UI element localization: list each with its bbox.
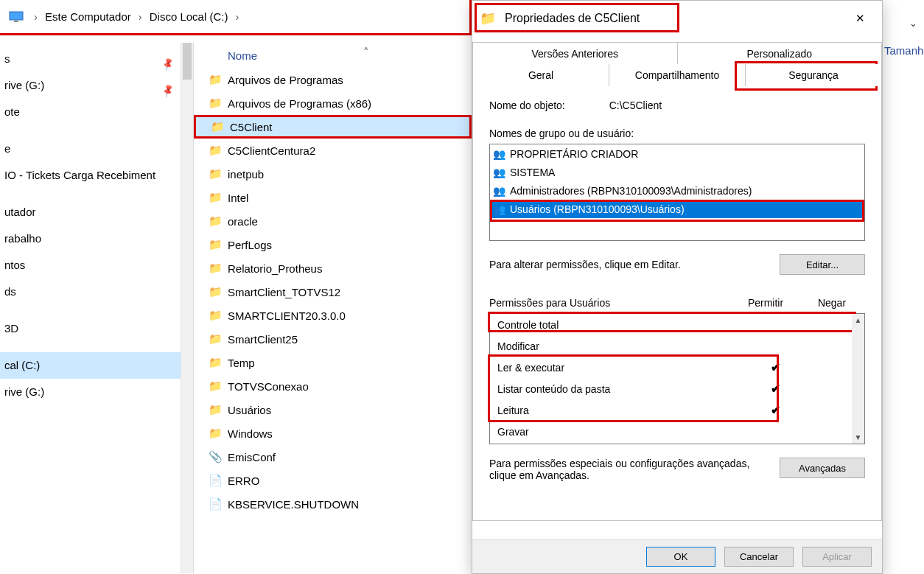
breadcrumb-computer[interactable]: Este Computador: [45, 10, 131, 23]
file-label: ERRO: [228, 475, 259, 487]
file-icon: 📎: [209, 450, 228, 463]
file-label: KBSERVICE.SHUTDOWN: [228, 498, 359, 511]
groups-label: Nomes de grupo ou de usuário:: [489, 127, 865, 139]
ok-button[interactable]: OK: [646, 547, 715, 567]
file-row[interactable]: 📄KBSERVICE.SHUTDOWN: [194, 492, 472, 516]
file-label: SmartClient_TOTVS12: [228, 286, 340, 298]
breadcrumb-drive[interactable]: Disco Local (C:): [150, 10, 228, 23]
tree-item[interactable]: [0, 342, 193, 352]
nav-tree: srive (G:)oteeIO - Tickets Carga Recebim…: [0, 43, 194, 573]
file-label: TOTVSConexao: [228, 380, 309, 393]
chevron-right-icon: ›: [228, 10, 246, 23]
file-row[interactable]: 📁Relatorio_Protheus: [194, 256, 472, 280]
group-item[interactable]: 👥PROPRIETÁRIO CRIADOR: [490, 144, 864, 163]
column-name[interactable]: Nome ˄: [194, 43, 472, 68]
file-row[interactable]: 📁Arquivos de Programas (x86): [194, 91, 472, 115]
dialog-title: Propriedades de C5Client: [505, 12, 845, 25]
group-icon: 👥: [493, 167, 505, 178]
permission-label: Leitura: [497, 405, 742, 416]
tree-item[interactable]: [0, 125, 193, 136]
chevron-right-icon: ›: [27, 10, 45, 23]
scroll-down-icon[interactable]: ▼: [852, 431, 864, 444]
edit-button[interactable]: Editar...: [780, 254, 865, 275]
tree-item[interactable]: s: [0, 46, 193, 72]
scrollbar[interactable]: [181, 43, 193, 573]
tree-item[interactable]: rabalho: [0, 225, 193, 252]
object-name-label: Nome do objeto:: [489, 99, 565, 111]
tree-item[interactable]: rive (G:): [0, 379, 193, 405]
advanced-button[interactable]: Avançadas: [780, 458, 865, 478]
group-item[interactable]: 👥Administradores (RBPN310100093\Administ…: [490, 181, 864, 200]
permissions-listbox[interactable]: Controle totalModificarLer & executar✔Li…: [489, 313, 865, 444]
apply-button[interactable]: Aplicar: [802, 547, 872, 567]
file-row[interactable]: 📁Intel: [194, 186, 472, 209]
pc-icon: [9, 11, 24, 23]
group-icon: 👥: [493, 185, 505, 197]
folder-icon: 📁: [209, 332, 228, 346]
tab-general[interactable]: Geral: [472, 64, 609, 86]
tree-item[interactable]: 3D: [0, 315, 193, 342]
tab-sharing[interactable]: Compartilhamento: [609, 64, 746, 86]
file-row[interactable]: 📁C5ClientCentura2: [194, 139, 472, 162]
permission-row[interactable]: Ler & executar✔: [490, 357, 864, 378]
dialog-buttons: OK Cancelar Aplicar: [472, 539, 882, 573]
file-row[interactable]: 📁Temp: [194, 351, 472, 374]
scrollbar-thumb[interactable]: [183, 43, 192, 80]
tree-item[interactable]: utador: [0, 199, 193, 225]
file-row[interactable]: 📁Usuários: [194, 398, 472, 421]
breadcrumb[interactable]: › Este Computador › Disco Local (C:) ›: [0, 0, 472, 35]
tree-item[interactable]: IO - Tickets Carga Recebiment: [0, 162, 193, 189]
tree-item[interactable]: ds: [0, 279, 193, 305]
folder-icon: 📁: [209, 403, 228, 416]
groups-listbox[interactable]: 👥PROPRIETÁRIO CRIADOR 👥SISTEMA 👥Administ…: [489, 144, 865, 241]
file-icon: 📄: [209, 497, 228, 511]
file-row[interactable]: 📁C5Client: [194, 115, 472, 139]
file-icon: 📄: [209, 474, 228, 487]
tree-item[interactable]: [0, 305, 193, 315]
close-button[interactable]: ✕: [845, 12, 875, 25]
permission-row[interactable]: Modificar: [490, 335, 864, 357]
permission-row[interactable]: Gravar: [490, 421, 864, 442]
titlebar[interactable]: 📁 Propriedades de C5Client ✕: [472, 1, 882, 36]
file-row[interactable]: 📁Arquivos de Programas: [194, 68, 472, 91]
file-row[interactable]: 📁PerfLogs: [194, 233, 472, 256]
file-row[interactable]: 📁inetpub: [194, 162, 472, 186]
dropdown-chevron-icon[interactable]: ⌄: [909, 18, 917, 29]
file-list: Nome ˄ 📁Arquivos de Programas📁Arquivos d…: [194, 43, 472, 573]
scroll-up-icon[interactable]: ▲: [852, 314, 864, 326]
file-row[interactable]: 📁SmartClient_TOTVS12: [194, 280, 472, 304]
tree-item[interactable]: rive (G:): [0, 72, 193, 99]
group-item-selected[interactable]: 👥Usuários (RBPN310100093\Usuários): [490, 200, 864, 218]
file-row[interactable]: 📁Windows: [194, 421, 472, 445]
tree-item[interactable]: ntos: [0, 252, 193, 279]
tree-item[interactable]: [0, 189, 193, 199]
tab-security[interactable]: Segurança: [746, 64, 882, 86]
file-row[interactable]: 📁SmartClient25: [194, 327, 472, 351]
file-row[interactable]: 📁SMARTCLIENT20.3.0.0: [194, 304, 472, 327]
file-row[interactable]: 📎EmisConf: [194, 445, 472, 469]
file-row[interactable]: 📄ERRO: [194, 469, 472, 492]
file-row[interactable]: 📁TOTVSConexao: [194, 374, 472, 398]
tree-item[interactable]: cal (C:): [0, 352, 193, 379]
file-row[interactable]: 📁oracle: [194, 209, 472, 233]
tree-item[interactable]: e: [0, 136, 193, 162]
group-icon: 👥: [493, 148, 505, 160]
column-size[interactable]: Tamanho: [884, 44, 924, 57]
sort-asc-icon: ˄: [363, 46, 369, 59]
tree-item[interactable]: ote: [0, 99, 193, 125]
tab-custom[interactable]: Personalizado: [678, 42, 883, 64]
group-icon: 👥: [493, 203, 505, 215]
folder-icon: 📁: [209, 144, 228, 157]
file-label: EmisConf: [228, 451, 276, 463]
deny-header: Negar: [799, 297, 865, 309]
cancel-button[interactable]: Cancelar: [724, 547, 794, 567]
permission-row[interactable]: Controle total: [490, 314, 864, 335]
tab-previous-versions[interactable]: Versões Anteriores: [472, 42, 678, 64]
group-item[interactable]: 👥SISTEMA: [490, 163, 864, 181]
advanced-text: Para permissões especiais ou configuraçõ…: [489, 458, 780, 481]
file-label: SMARTCLIENT20.3.0.0: [228, 309, 346, 322]
permission-row[interactable]: Listar conteúdo da pasta✔: [490, 378, 864, 399]
permission-row[interactable]: Leitura✔: [490, 399, 864, 421]
file-label: C5Client: [230, 121, 273, 133]
scrollbar[interactable]: ▲ ▼: [852, 314, 864, 444]
